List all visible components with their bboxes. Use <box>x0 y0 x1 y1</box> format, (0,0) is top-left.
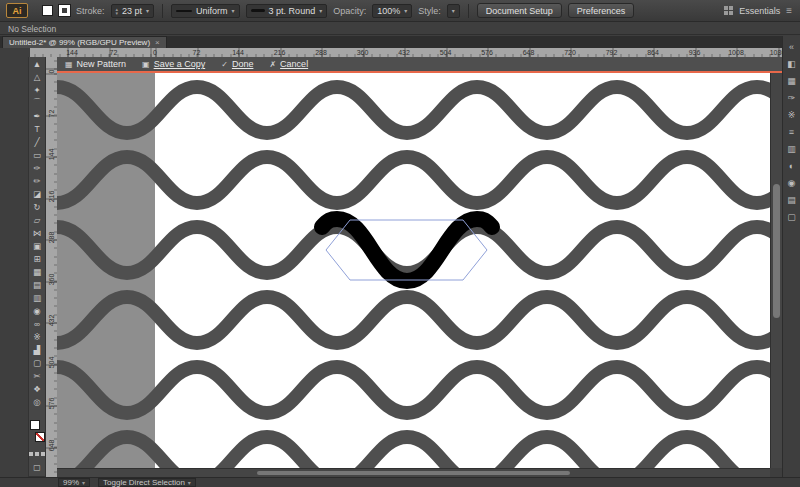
ruler-label: 504 <box>48 352 55 372</box>
selection-status: No Selection <box>8 24 56 34</box>
style-dropdown[interactable]: ▾ <box>447 4 460 18</box>
opacity-label: Opacity: <box>333 6 366 16</box>
slice-tool-icon[interactable]: ✂ <box>29 369 45 382</box>
fill-indicator-swatch[interactable] <box>30 420 40 430</box>
ruler-label: 72 <box>48 103 55 123</box>
stroke-stepper[interactable]: ▴▾ <box>116 7 119 15</box>
ruler-label: 288 <box>48 228 55 248</box>
horizontal-scroll-thumb[interactable] <box>257 471 571 475</box>
free-transform-tool-icon[interactable]: ▣ <box>29 239 45 252</box>
ruler-label: 0 <box>153 48 157 57</box>
scale-tool-icon[interactable]: ▱ <box>29 213 45 226</box>
new-pattern-button[interactable]: ▦ New Pattern <box>65 59 126 69</box>
fill-color-swatch[interactable] <box>42 5 53 16</box>
collapse-panels-icon[interactable]: « <box>784 39 800 54</box>
stroke-color-swatch[interactable] <box>59 5 70 16</box>
eyedropper-tool-icon[interactable]: ◉ <box>29 304 45 317</box>
type-tool-icon[interactable]: T <box>29 122 45 135</box>
symbol-sprayer-tool-icon[interactable]: ※ <box>29 330 45 343</box>
artboard-tool-icon[interactable]: ▢ <box>29 356 45 369</box>
stroke-panel-icon[interactable]: ≡ <box>784 124 800 139</box>
tools-panel: ▲△✦⌒✒T╱▭✑✏◪↻▱⋈▣⊞▦▤▥◉∞※▟▢✂❖◎ ▢ <box>28 57 46 477</box>
document-tab[interactable]: Untitled-2* @ 99% (RGB/GPU Preview) × <box>2 36 167 48</box>
variable-width-dropdown[interactable]: Uniform▾ <box>171 4 240 18</box>
pattern-preview[interactable] <box>57 73 770 468</box>
ruler-label: 720 <box>564 48 576 57</box>
swatches-panel-icon[interactable]: ▦ <box>784 73 800 88</box>
save-a-copy-button[interactable]: ▣ Save a Copy <box>142 59 205 69</box>
artboards-panel-icon[interactable]: ▢ <box>784 209 800 224</box>
separator <box>468 4 469 18</box>
ruler-label: 648 <box>523 48 535 57</box>
ruler-label: 864 <box>647 48 659 57</box>
horizontal-scrollbar[interactable] <box>57 468 770 477</box>
hand-tool-icon[interactable]: ❖ <box>29 382 45 395</box>
cancel-button[interactable]: ✗ Cancel <box>269 59 308 69</box>
width-tool-icon[interactable]: ⋈ <box>29 226 45 239</box>
document-setup-button[interactable]: Document Setup <box>477 3 562 18</box>
ruler-label: 936 <box>689 48 701 57</box>
stroke-weight-dropdown[interactable]: ▴▾ 23 pt▾ <box>111 4 155 18</box>
pencil-tool-icon[interactable]: ✏ <box>29 174 45 187</box>
cancel-x-icon: ✗ <box>269 60 276 69</box>
eraser-tool-icon[interactable]: ◪ <box>29 187 45 200</box>
screen-mode-button[interactable]: ▢ <box>29 463 45 472</box>
layers-panel-icon[interactable]: ▤ <box>784 192 800 207</box>
column-graph-tool-icon[interactable]: ▟ <box>29 343 45 356</box>
ruler-label: 144 <box>232 48 244 57</box>
gradient-tool-icon[interactable]: ▥ <box>29 291 45 304</box>
status-bar: 99%▾ Toggle Direct Selection▾ <box>0 477 800 487</box>
stroke-indicator-swatch[interactable] <box>35 432 45 442</box>
done-button[interactable]: ✓ Done <box>221 59 253 69</box>
zoom-tool-icon[interactable]: ◎ <box>29 395 45 408</box>
color-mode-buttons[interactable] <box>29 452 45 456</box>
symbols-panel-icon[interactable]: ※ <box>784 107 800 122</box>
horizontal-ruler[interactable]: 1447207214421628836043250457664872079286… <box>30 48 782 57</box>
mesh-tool-icon[interactable]: ▤ <box>29 278 45 291</box>
toolbar-tools: ▲△✦⌒✒T╱▭✑✏◪↻▱⋈▣⊞▦▤▥◉∞※▟▢✂❖◎ <box>29 57 45 408</box>
vertical-scroll-thumb[interactable] <box>773 184 780 318</box>
perspective-grid-tool-icon[interactable]: ▦ <box>29 265 45 278</box>
gradient-panel-icon[interactable]: ▥ <box>784 141 800 156</box>
ruler-label: 360 <box>357 48 369 57</box>
brush-definition-dropdown[interactable]: 3 pt. Round▾ <box>246 4 328 18</box>
canvas-area[interactable] <box>57 73 770 468</box>
illustrator-window: Ai Stroke: ▴▾ 23 pt▾ Uniform▾ 3 pt. Roun… <box>0 0 800 487</box>
workspace-switcher[interactable]: Essentials <box>739 6 780 16</box>
transparency-panel-icon[interactable]: ◐ <box>784 158 800 173</box>
lasso-tool-icon[interactable]: ⌒ <box>29 96 45 109</box>
close-tab-icon[interactable]: × <box>155 38 160 47</box>
blend-tool-icon[interactable]: ∞ <box>29 317 45 330</box>
panel-dock: « ◧▦✑※≡▥◐◉▤▢ <box>782 36 800 487</box>
style-label: Style: <box>418 6 441 16</box>
magic-wand-tool-icon[interactable]: ✦ <box>29 83 45 96</box>
vertical-ruler[interactable]: 072144216288360432504576648 <box>46 57 57 477</box>
line-segment-tool-icon[interactable]: ╱ <box>29 135 45 148</box>
workspace-grid-icon <box>724 6 733 15</box>
direct-selection-tool-icon[interactable]: △ <box>29 70 45 83</box>
selection-tool-icon[interactable]: ▲ <box>29 57 45 70</box>
paintbrush-tool-icon[interactable]: ✑ <box>29 161 45 174</box>
shape-builder-tool-icon[interactable]: ⊞ <box>29 252 45 265</box>
rotate-tool-icon[interactable]: ↻ <box>29 200 45 213</box>
fill-stroke-indicator[interactable] <box>30 420 45 442</box>
color-panel-icon[interactable]: ◧ <box>784 56 800 71</box>
width-profile-preview-icon <box>176 10 192 12</box>
ruler-label: 0 <box>48 62 55 82</box>
tab-bar: Untitled-2* @ 99% (RGB/GPU Preview) × <box>0 36 782 48</box>
zoom-dropdown[interactable]: 99%▾ <box>58 478 90 487</box>
rectangle-tool-icon[interactable]: ▭ <box>29 148 45 161</box>
ruler-label: 216 <box>274 48 286 57</box>
pen-tool-icon[interactable]: ✒ <box>29 109 45 122</box>
ruler-label: 144 <box>48 145 55 165</box>
preferences-button[interactable]: Preferences <box>568 3 635 18</box>
pattern-options-bar: ▦ New Pattern ▣ Save a Copy ✓ Done ✗ Can… <box>57 57 782 71</box>
status-tool-hint-dropdown[interactable]: Toggle Direct Selection▾ <box>98 478 196 487</box>
brushes-panel-icon[interactable]: ✑ <box>784 90 800 105</box>
app-menu-icon[interactable]: ≡ <box>786 5 792 16</box>
ruler-label: 72 <box>110 48 118 57</box>
vertical-scrollbar[interactable] <box>770 73 782 468</box>
opacity-dropdown[interactable]: 100%▾ <box>372 4 412 18</box>
appearance-panel-icon[interactable]: ◉ <box>784 175 800 190</box>
done-check-icon: ✓ <box>221 60 228 69</box>
